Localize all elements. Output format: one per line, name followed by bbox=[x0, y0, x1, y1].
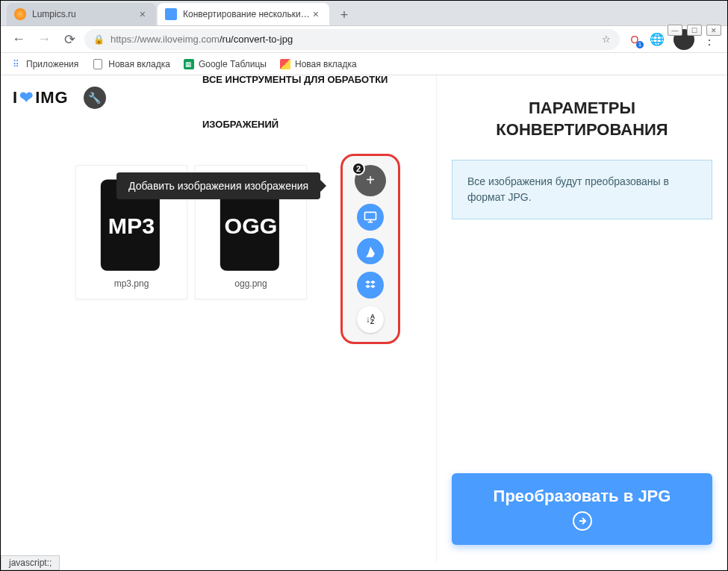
address-bar-row: ← → ⟳ 🔒 https://www.iloveimg.com/ru/conv… bbox=[1, 26, 727, 53]
window-minimize-button[interactable]: — bbox=[668, 25, 682, 36]
upload-from-dropbox-button[interactable] bbox=[357, 272, 384, 299]
bookmark-label: Приложения bbox=[26, 59, 78, 69]
sort-az-button[interactable]: ↓AZ bbox=[357, 306, 384, 333]
convert-label: Преобразовать в JPG bbox=[494, 487, 671, 505]
bookmark-label: Новая вкладка bbox=[108, 59, 170, 69]
add-images-tooltip: Добавить изображения изображения bbox=[116, 172, 320, 199]
convert-button[interactable]: Преобразовать в JPG bbox=[452, 473, 712, 545]
url-input[interactable]: 🔒 https://www.iloveimg.com/ru/convert-to… bbox=[84, 29, 620, 50]
plus-icon: + bbox=[366, 172, 375, 189]
bookmark-apps[interactable]: ⠿Приложения bbox=[10, 58, 78, 70]
title-line: ПАРАМЕТРЫ bbox=[452, 98, 712, 119]
favicon-icon bbox=[165, 8, 177, 20]
apps-icon: ⠿ bbox=[10, 58, 22, 70]
tab-title: Lumpics.ru bbox=[32, 9, 76, 19]
lock-icon: 🔒 bbox=[93, 34, 105, 45]
params-title: ПАРАМЕТРЫ КОНВЕРТИРОВАНИЯ bbox=[452, 98, 712, 140]
dropbox-icon bbox=[364, 278, 377, 292]
new-tab-button[interactable]: + bbox=[334, 4, 355, 25]
close-tab-icon[interactable]: × bbox=[137, 8, 149, 20]
extension-badge: 1 bbox=[636, 41, 644, 49]
back-button[interactable]: ← bbox=[8, 29, 29, 50]
reload-button[interactable]: ⟳ bbox=[59, 29, 80, 50]
window-maximize-button[interactable]: ☐ bbox=[687, 25, 702, 36]
forward-button[interactable]: → bbox=[34, 29, 55, 50]
file-name: mp3.png bbox=[114, 278, 149, 289]
bookmark-label: Google Таблицы bbox=[199, 59, 267, 69]
url-host: www.iloveimg.com bbox=[140, 34, 220, 45]
upload-actions-panel: 2 + ↓AZ bbox=[340, 154, 400, 344]
upload-from-desktop-button[interactable] bbox=[357, 204, 384, 231]
google-drive-icon bbox=[364, 245, 377, 258]
info-message: Все изображения будут преобразованы в фо… bbox=[452, 160, 712, 219]
tab-lumpics[interactable]: Lumpics.ru × bbox=[7, 3, 156, 25]
favicon-icon bbox=[14, 8, 26, 20]
svg-text:MP3: MP3 bbox=[108, 213, 155, 238]
bookmark-newtab[interactable]: Новая вкладка bbox=[92, 58, 170, 70]
tab-title: Конвертирование нескольких ф bbox=[183, 9, 310, 19]
svg-rect-2 bbox=[365, 212, 376, 219]
yandex-icon bbox=[280, 59, 290, 69]
sheets-icon: ▦ bbox=[184, 59, 194, 69]
page-content: I ❤ IMG 🔧 ВСЕ ИНСТРУМЕНТЫ ДЛЯ ОБРАБОТКИ … bbox=[1, 75, 727, 563]
extension-opera-icon[interactable]: O1 bbox=[627, 32, 642, 47]
bookmark-sheets[interactable]: ▦Google Таблицы bbox=[184, 59, 267, 69]
bookmark-label: Новая вкладка bbox=[295, 59, 357, 69]
svg-text:OGG: OGG bbox=[225, 213, 278, 238]
close-tab-icon[interactable]: × bbox=[310, 8, 322, 20]
files-pane: Добавить изображения изображения MP3 mp3… bbox=[1, 75, 436, 563]
title-line: КОНВЕРТИРОВАНИЯ bbox=[452, 119, 712, 141]
status-bar: javascript:; bbox=[1, 555, 60, 570]
file-icon bbox=[92, 58, 104, 70]
bookmark-newtab2[interactable]: Новая вкладка bbox=[280, 59, 357, 69]
window-close-button[interactable]: ✕ bbox=[706, 25, 721, 36]
url-scheme: https:// bbox=[111, 34, 140, 45]
bookmarks-bar: ⠿Приложения Новая вкладка ▦Google Таблиц… bbox=[1, 53, 727, 75]
file-name: ogg.png bbox=[234, 278, 267, 289]
monitor-icon bbox=[363, 210, 378, 225]
url-path: /ru/convert-to-jpg bbox=[220, 34, 293, 45]
add-files-button[interactable]: 2 + bbox=[355, 165, 386, 196]
params-pane: ПАРАМЕТРЫ КОНВЕРТИРОВАНИЯ Все изображени… bbox=[436, 75, 727, 563]
browser-tabs: Lumpics.ru × Конвертирование нескольких … bbox=[1, 1, 727, 26]
bookmark-star-icon[interactable]: ☆ bbox=[602, 34, 611, 45]
tab-iloveimg[interactable]: Конвертирование нескольких ф × bbox=[158, 3, 329, 25]
arrow-right-icon bbox=[452, 511, 712, 531]
extension-translate-icon[interactable]: 🌐 bbox=[650, 32, 665, 47]
sort-icon: ↓AZ bbox=[366, 314, 376, 325]
upload-from-drive-button[interactable] bbox=[357, 238, 384, 265]
file-count-badge: 2 bbox=[352, 162, 365, 175]
